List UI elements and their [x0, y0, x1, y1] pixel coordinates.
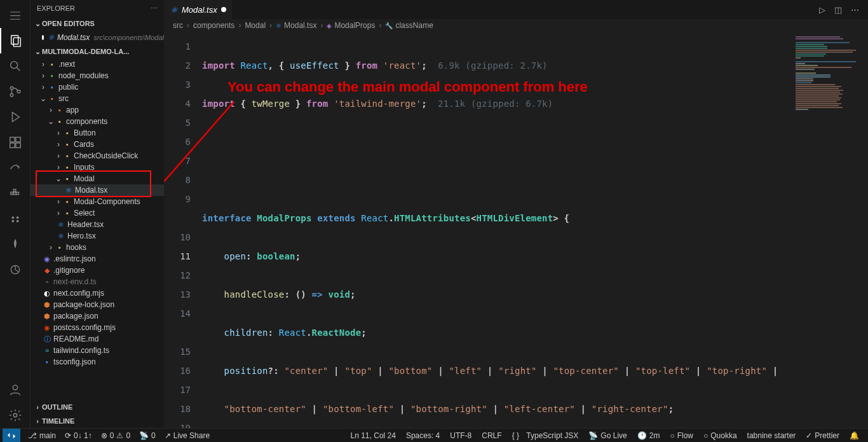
status-quokka[interactable]: ○Quokka	[702, 431, 738, 440]
status-cursor[interactable]: Ln 11, Col 24	[349, 431, 397, 440]
tab-modal-tsx[interactable]: ⚛ Modal.tsx	[164, 0, 233, 19]
tree-folder-next[interactable]: ›▪.next	[31, 59, 164, 70]
tree-folder-button[interactable]: ›▪Button	[31, 127, 164, 139]
tree-file-header[interactable]: ⚛Header.tsx	[31, 219, 164, 230]
status-encoding[interactable]: UTF-8	[449, 431, 473, 440]
tree-folder-inputs[interactable]: ›▪Inputs	[31, 162, 164, 173]
split-icon[interactable]: ◫	[834, 5, 842, 15]
source-control-icon[interactable]	[0, 79, 31, 104]
chevron-right-icon: ›	[33, 417, 42, 425]
status-prettier[interactable]: ✓Prettier	[804, 431, 841, 440]
svg-rect-11	[13, 192, 16, 195]
status-spaces[interactable]: Spaces: 4	[405, 431, 441, 440]
extensions-icon[interactable]	[0, 130, 31, 155]
tree-file-tailwind[interactable]: ≈tailwind.config.ts	[31, 345, 164, 356]
tree-folder-select[interactable]: ›▪Select	[31, 207, 164, 219]
copilot-icon[interactable]	[0, 206, 31, 231]
next-icon: ◐	[42, 289, 52, 298]
warning-icon: ⚠	[116, 431, 123, 440]
svg-point-19	[13, 385, 17, 390]
status-bell[interactable]: 🔔	[848, 431, 860, 440]
gutter: 12345 6789 10 11121314 15 16171819	[164, 32, 202, 428]
status-sync[interactable]: ⟳0↓ 1↑	[64, 431, 93, 440]
timeline-header[interactable]: › TIMELINE	[31, 414, 164, 428]
tree-file-modal-tsx[interactable]: ⚛Modal.tsx	[31, 184, 164, 196]
tree-file-gitignore[interactable]: ◆.gitignore	[31, 265, 164, 276]
status-flow[interactable]: ○Flow	[668, 431, 695, 440]
status-live-share[interactable]: ↗Live Share	[163, 431, 211, 440]
status-problems[interactable]: ⊗0 ⚠0	[100, 431, 132, 440]
tree-file-nextconfig[interactable]: ◐next.config.mjs	[31, 287, 164, 299]
tree-file-hero[interactable]: ⚛Hero.tsx	[31, 230, 164, 242]
more-icon[interactable]: ⋯	[151, 4, 158, 13]
svg-rect-1	[13, 38, 20, 46]
pie-icon[interactable]	[0, 257, 31, 282]
chevron-right-icon: ›	[33, 403, 42, 411]
account-icon[interactable]	[0, 377, 31, 403]
status-lang[interactable]: { } TypeScript JSX	[511, 431, 580, 440]
more-icon[interactable]: ⋯	[851, 5, 859, 15]
ts-icon: ▪	[42, 358, 52, 366]
minimap[interactable]	[792, 32, 868, 428]
debug-icon[interactable]	[0, 104, 31, 130]
svg-rect-9	[15, 137, 20, 142]
tree-folder-node-modules[interactable]: ›▪node_modules	[31, 70, 164, 81]
annotation-text: You can change the main modal component …	[227, 78, 588, 97]
docker-icon[interactable]	[0, 181, 31, 206]
tree-file-postcss[interactable]: ◉postcss.config.mjs	[31, 322, 164, 333]
folder-icon: ▪	[55, 118, 65, 125]
tree-folder-hooks[interactable]: ›▪hooks	[31, 242, 164, 253]
tree-folder-cards[interactable]: ›▪Cards	[31, 139, 164, 150]
breadcrumb[interactable]: src› components› Modal› ⚛ Modal.tsx› ◈ M…	[164, 19, 868, 32]
tree-file-pkg[interactable]: ⬢package.json	[31, 310, 164, 322]
open-editor-path: src\components\Modal	[93, 34, 164, 41]
tree-file-tsconfig[interactable]: ▪tsconfig.json	[31, 356, 164, 368]
interface-icon: ◈	[327, 22, 332, 29]
open-editors-header[interactable]: ⌄ OPEN EDITORS	[31, 17, 164, 31]
eslint-icon: ◉	[42, 255, 52, 263]
chevron-down-icon: ⌄	[33, 20, 42, 28]
mongodb-icon[interactable]	[0, 231, 31, 257]
sidebar: EXPLORER ⋯ ⌄ OPEN EDITORS ⚛ Modal.tsx sr…	[31, 0, 164, 428]
tree-file-readme[interactable]: ⓘREADME.md	[31, 333, 164, 345]
tree-folder-public[interactable]: ›▪public	[31, 81, 164, 93]
status-timer[interactable]: 🕐2m	[636, 431, 661, 440]
remote-button[interactable]	[3, 429, 20, 443]
tabs-bar: ⚛ Modal.tsx ▷ ◫ ⋯	[164, 0, 868, 19]
status-tabnine[interactable]: tabnine starter	[746, 431, 797, 440]
tree-folder-components[interactable]: ⌄▪components	[31, 116, 164, 127]
folder-icon: ▪	[55, 106, 65, 114]
project-header[interactable]: ⌄ MULTIMODAL-DEMO-LA...	[31, 45, 164, 59]
chevron-down-icon: ⌄	[33, 48, 42, 56]
json-icon: ⬢	[42, 301, 52, 309]
outline-header[interactable]: › OUTLINE	[31, 400, 164, 414]
status-go-live[interactable]: 📡Go Live	[587, 431, 628, 440]
settings-icon[interactable]	[0, 403, 31, 428]
folder-icon: ▪	[62, 175, 72, 183]
svg-point-20	[13, 413, 17, 417]
tree-folder-modal[interactable]: ⌄▪Modal	[31, 173, 164, 184]
live-share-icon: ↗	[165, 431, 171, 440]
share-icon[interactable]	[0, 155, 31, 181]
sync-icon: ⟳	[65, 431, 71, 440]
svg-rect-12	[16, 192, 18, 195]
open-editor-item[interactable]: ⚛ Modal.tsx src\components\Modal	[31, 31, 164, 45]
menu-icon[interactable]	[0, 3, 31, 28]
play-icon[interactable]: ▷	[819, 5, 825, 15]
folder-icon: ▪	[47, 72, 57, 79]
tree-file-eslint[interactable]: ◉.eslintrc.json	[31, 253, 164, 265]
tree-folder-check[interactable]: ›▪CheckOutsideClick	[31, 150, 164, 162]
tree-folder-src[interactable]: ⌄▪src	[31, 93, 164, 104]
svg-rect-8	[15, 143, 20, 148]
svg-point-15	[16, 216, 18, 219]
tree-file-pkglock[interactable]: ⬢package-lock.json	[31, 299, 164, 310]
tree-folder-app[interactable]: ›▪app	[31, 104, 164, 116]
tree-folder-modal-components[interactable]: ›▪Modal-Components	[31, 196, 164, 207]
status-eol[interactable]: CRLF	[480, 431, 503, 440]
status-ports[interactable]: 📡0	[138, 431, 157, 440]
search-icon[interactable]	[0, 53, 31, 79]
status-branch[interactable]: ⎇main	[27, 431, 57, 440]
code-editor[interactable]: 12345 6789 10 11121314 15 16171819 impor…	[164, 32, 868, 428]
tree-file-nextenv[interactable]: ▫next-env.d.ts	[31, 276, 164, 287]
explorer-icon[interactable]	[0, 28, 31, 53]
